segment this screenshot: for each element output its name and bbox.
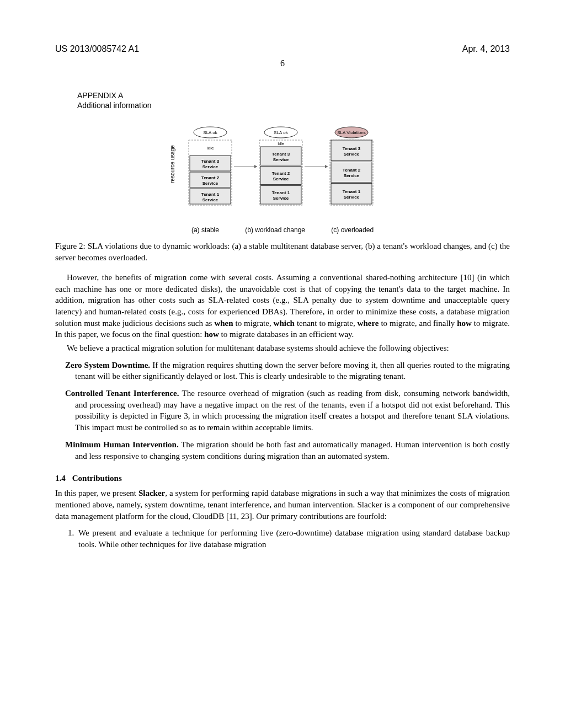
svg-text:SLA ok: SLA ok — [274, 130, 288, 135]
contributions-list: We present and evaluate a technique for … — [55, 527, 510, 550]
page: US 2013/0085742 A1 Apr. 4, 2013 6 APPEND… — [0, 0, 565, 584]
section-number: 1.4 — [55, 474, 66, 483]
body-para-2: We believe a practical migration solutio… — [55, 342, 510, 354]
axis-label: resource usage — [169, 145, 175, 183]
figure-2: resource usage SLA okIdleTenant 3Service… — [55, 122, 510, 234]
figure-caption-label: Figure 2: — [55, 242, 86, 250]
appendix-title: APPENDIX A — [77, 90, 510, 100]
svg-text:Service: Service — [344, 152, 360, 157]
svg-text:Service: Service — [344, 195, 360, 200]
svg-text:SLA ok: SLA ok — [203, 130, 217, 135]
subfigure-captions: (a) stable (b) workload change (c) overl… — [55, 226, 510, 234]
svg-text:Idle: Idle — [278, 142, 284, 146]
body-para-1: However, the benefits of migration come … — [55, 272, 510, 340]
objectives-list: Zero System Downtime. If the migration r… — [65, 360, 510, 462]
section-title: Contributions — [72, 474, 122, 483]
svg-text:Tenant 3: Tenant 3 — [201, 159, 220, 164]
subcaption-a: (a) stable — [191, 226, 219, 234]
figure-svg: resource usage SLA okIdleTenant 3Service… — [167, 122, 398, 222]
svg-text:Service: Service — [202, 181, 218, 186]
objective-item: Controlled Tenant Interference. The reso… — [65, 388, 510, 433]
svg-text:Tenant 2: Tenant 2 — [343, 168, 361, 173]
svg-text:Tenant 2: Tenant 2 — [201, 175, 220, 180]
svg-text:Tenant 2: Tenant 2 — [272, 171, 290, 176]
contribution-item: We present and evaluate a technique for … — [76, 527, 510, 550]
svg-text:Idle: Idle — [207, 146, 214, 151]
svg-marker-29 — [325, 165, 328, 168]
svg-text:Service: Service — [202, 197, 218, 202]
svg-text:Service: Service — [273, 196, 289, 201]
svg-text:Tenant 3: Tenant 3 — [272, 152, 290, 157]
objective-item: Minimum Human Intervention. The migratio… — [65, 439, 510, 462]
svg-marker-14 — [254, 165, 257, 168]
svg-text:Tenant 1: Tenant 1 — [272, 191, 290, 196]
publication-date: Apr. 4, 2013 — [462, 44, 510, 54]
figure-caption-text: SLA violations due to dynamic workloads:… — [55, 242, 510, 261]
subcaption-b: (b) workload change — [245, 226, 305, 234]
svg-text:Tenant 1: Tenant 1 — [343, 190, 361, 195]
section-heading: 1.4Contributions — [55, 474, 510, 483]
contributions-intro: In this paper, we present Slacker, a sys… — [55, 488, 510, 522]
objective-item: Zero System Downtime. If the migration r… — [65, 360, 510, 382]
svg-text:Service: Service — [344, 173, 360, 178]
svg-text:Service: Service — [273, 176, 289, 181]
appendix-header: APPENDIX A Additional information — [77, 90, 510, 110]
page-number: 6 — [55, 58, 510, 68]
figure-caption: Figure 2: SLA violations due to dynamic … — [55, 240, 510, 263]
svg-text:Service: Service — [273, 157, 289, 162]
publication-number: US 2013/0085742 A1 — [55, 44, 139, 54]
svg-text:Tenant 3: Tenant 3 — [343, 146, 361, 151]
svg-text:SLA Violations: SLA Violations — [337, 130, 365, 135]
svg-text:Tenant 1: Tenant 1 — [201, 192, 220, 197]
svg-text:Service: Service — [202, 164, 218, 169]
subcaption-c: (c) overloaded — [331, 226, 374, 234]
appendix-subtitle: Additional information — [77, 100, 510, 110]
page-header: US 2013/0085742 A1 Apr. 4, 2013 — [55, 44, 510, 54]
